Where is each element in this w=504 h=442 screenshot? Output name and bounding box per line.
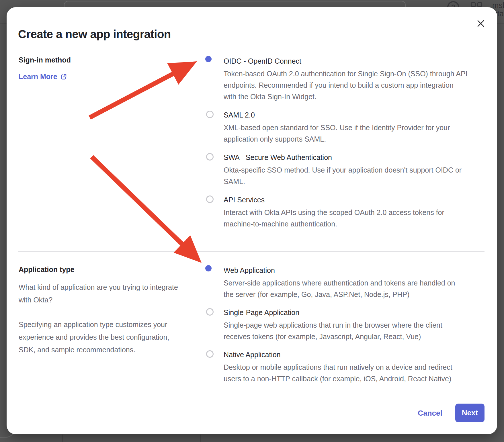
section-divider bbox=[18, 251, 485, 252]
sign-in-method-heading: Sign-in method bbox=[19, 56, 71, 64]
radio-saml[interactable] bbox=[206, 111, 214, 118]
learn-more-label: Learn More bbox=[19, 73, 57, 81]
option-native-app-label[interactable]: Native Application bbox=[224, 350, 281, 359]
option-swa-description: Okta-specific SSO method. Use if your ap… bbox=[224, 164, 485, 187]
close-icon[interactable] bbox=[476, 18, 486, 29]
radio-web-app-selected[interactable] bbox=[205, 265, 212, 271]
option-web-app-description: Server-side applications where authentic… bbox=[224, 277, 485, 300]
learn-more-link[interactable]: Learn More bbox=[19, 73, 67, 81]
option-web-app-label[interactable]: Web Application bbox=[224, 265, 275, 275]
option-spa-description: Single-page web applications that run in… bbox=[224, 319, 485, 342]
application-type-question: What kind of application are you trying … bbox=[19, 281, 179, 306]
application-type-heading: Application type bbox=[19, 265, 74, 274]
option-native-app-description: Desktop or mobile applications that run … bbox=[224, 361, 485, 384]
radio-spa[interactable] bbox=[206, 308, 214, 316]
next-button[interactable]: Next bbox=[455, 404, 485, 422]
option-oidc-description: Token-based OAuth 2.0 authentication for… bbox=[224, 68, 485, 102]
option-oidc-label[interactable]: OIDC - OpenID Connect bbox=[224, 56, 301, 66]
background-layout-line-2 bbox=[200, 435, 201, 442]
background-partial-text-1: msh bbox=[492, 1, 504, 10]
cancel-button[interactable]: Cancel bbox=[411, 407, 449, 419]
screen: ? msh kta Create a new app integration S… bbox=[0, 0, 504, 442]
option-saml-description: XML-based open standard for SSO. Use if … bbox=[224, 122, 485, 145]
radio-api-services[interactable] bbox=[206, 195, 214, 203]
application-type-note: Specifying an application type customize… bbox=[19, 318, 179, 356]
option-spa-label[interactable]: Single-Page Application bbox=[224, 308, 299, 317]
dialog-title: Create a new app integration bbox=[18, 28, 171, 41]
radio-native-app[interactable] bbox=[206, 350, 214, 358]
option-saml-label[interactable]: SAML 2.0 bbox=[224, 110, 255, 120]
radio-swa[interactable] bbox=[206, 153, 214, 161]
option-swa-label[interactable]: SWA - Secure Web Authentication bbox=[224, 152, 332, 162]
option-api-services-description: Interact with Okta APIs using the scoped… bbox=[224, 207, 485, 230]
background-layout-line-1 bbox=[62, 435, 63, 442]
create-app-integration-dialog: Create a new app integration Sign-in met… bbox=[7, 7, 497, 434]
external-link-icon bbox=[60, 73, 67, 80]
radio-oidc-selected[interactable] bbox=[205, 56, 212, 62]
option-api-services-label[interactable]: API Services bbox=[224, 195, 265, 205]
